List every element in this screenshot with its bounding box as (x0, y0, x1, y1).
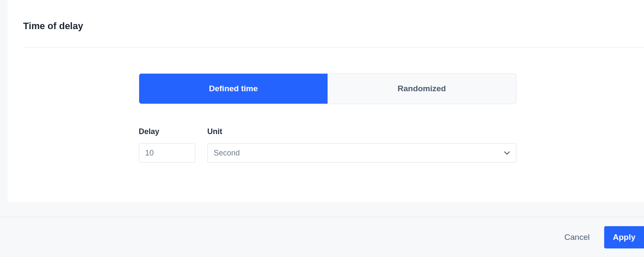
delay-label: Delay (139, 127, 195, 136)
unit-select-value: Second (214, 149, 240, 158)
form-row: Delay Unit Second (139, 127, 618, 163)
card-title: Time of delay (23, 21, 635, 32)
cancel-button[interactable]: Cancel (562, 228, 592, 246)
tab-defined-time-label: Defined time (209, 84, 258, 93)
tab-randomized[interactable]: Randomized (328, 74, 516, 104)
apply-button[interactable]: Apply (604, 226, 644, 248)
footer-bar: Cancel Apply (0, 217, 644, 257)
chevron-down-icon (504, 150, 510, 156)
apply-button-label: Apply (613, 233, 635, 242)
tab-randomized-label: Randomized (398, 84, 446, 93)
unit-field-group: Unit Second (207, 127, 516, 163)
cancel-button-label: Cancel (564, 233, 590, 242)
unit-label: Unit (207, 127, 516, 136)
delay-field-group: Delay (139, 127, 195, 163)
delay-input[interactable] (139, 143, 195, 163)
content-area: Defined time Randomized Delay Unit Secon… (23, 48, 635, 163)
tab-defined-time[interactable]: Defined time (139, 74, 328, 104)
unit-select[interactable]: Second (207, 143, 516, 163)
time-of-delay-card: Time of delay Defined time Randomized De… (8, 0, 644, 202)
delay-mode-segmented: Defined time Randomized (139, 73, 516, 104)
